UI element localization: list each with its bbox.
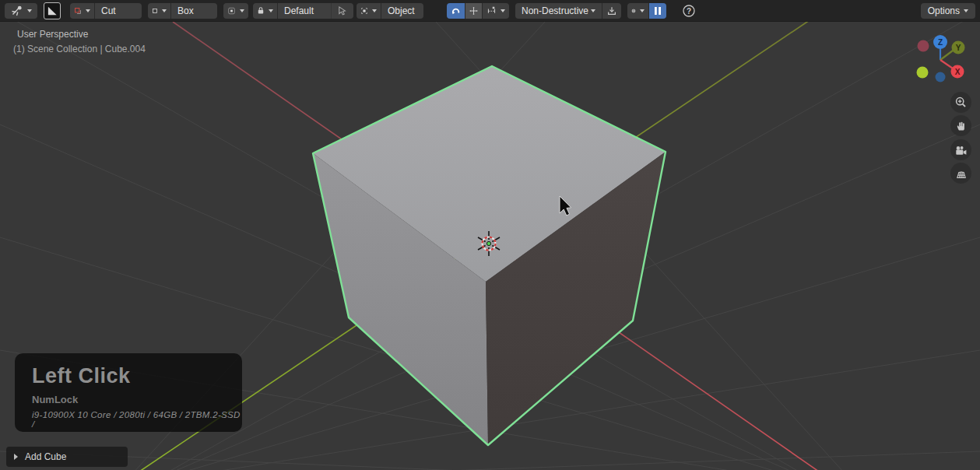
array-spacing-icon [486,5,497,16]
mode-label: Object [388,5,415,16]
toggle-projection-button[interactable] [950,163,971,184]
square-dot-icon [227,5,236,16]
screencast-key: Left Click [32,364,242,388]
help-glyph: ? [687,6,691,15]
import-arrow-icon [606,5,617,16]
zoom-view-button[interactable] [950,92,971,113]
cut-shape-dropdown[interactable] [70,3,95,19]
help-button[interactable]: ? [680,3,697,19]
mode-icon-dropdown[interactable] [357,3,381,19]
lock-icon [257,5,265,16]
shape-group: Box [148,3,217,19]
settings-dropdown[interactable] [627,3,649,19]
gizmo-neg-y-ball[interactable] [917,67,929,79]
grid-dome-icon [955,167,968,180]
active-tool-pin-icon [11,5,23,17]
tool-selector-button[interactable] [5,3,37,19]
pan-view-button[interactable] [950,115,971,136]
behavior-group: Non-Destructive [515,3,621,19]
snap-toggle-group [447,3,509,19]
operator-label: Add Cube [25,451,66,462]
options-dropdown[interactable]: Options [921,3,975,19]
shape-dropdown[interactable] [148,3,171,19]
operator-panel[interactable]: Add Cube [6,447,128,467]
options-label: Options [928,5,960,16]
viewport-header: Cut Box [0,0,980,22]
preset-group: Default [253,3,353,19]
chevron-down-icon [86,9,90,12]
pan-hand-icon [955,120,968,132]
mouse-pointer-icon [337,5,347,16]
cut-mode-label: Cut [101,5,116,16]
screencast-modifier: NumLock [32,394,242,405]
chevron-down-icon [240,9,244,12]
cut-mode-field[interactable]: Cut [95,3,142,19]
gear-icon [631,5,636,16]
gizmo-neg-z-ball[interactable] [936,72,946,82]
shape-label: Box [177,5,194,16]
camera-icon [954,144,968,156]
behavior-dropdown[interactable]: Non-Destructive [515,3,602,19]
chevron-down-icon [501,9,505,12]
snap-rotate-toggle[interactable] [447,3,465,19]
gizmo-z-label: Z [938,38,943,47]
gizmo-x-label: X [955,68,961,76]
chevron-down-icon [162,9,167,12]
gizmo-neg-x-ball[interactable] [918,40,929,52]
camera-view-button[interactable] [950,139,971,160]
chevron-down-icon [591,9,595,12]
pause-icon [654,6,662,16]
settings-group [627,3,666,19]
chevron-down-icon [640,9,645,12]
square-outline-icon [152,5,158,16]
gizmo-y-label: Y [956,44,961,52]
preset-label: Default [284,5,314,16]
pause-toggle[interactable] [649,3,666,19]
grid-snap-toggle[interactable] [465,3,483,19]
array-spacing-dropdown[interactable] [483,3,509,19]
mode-field[interactable]: Object [381,3,423,19]
lock-preset-dropdown[interactable] [253,3,278,19]
plus-grid-icon [469,5,478,16]
screencast-hardware: i9-10900X 10 Core / 2080ti / 64GB / 2TBM… [32,410,242,429]
blender-window: Z Y X [0,0,980,470]
frame-square-icon [360,5,368,16]
curved-arrow-icon [451,5,461,16]
boxcutter-logo-button[interactable] [44,2,61,19]
red-square-icon [74,5,82,16]
cut-operation-group: Cut [70,3,142,19]
preset-field[interactable]: Default [278,3,353,19]
chevron-down-icon [269,9,273,12]
boxcutter-logo-icon [47,5,58,16]
chevron-down-icon [27,9,32,12]
view-perspective-label: User Perspective [17,29,88,40]
question-mark-icon: ? [682,4,696,18]
chevron-down-icon [372,9,377,12]
breadcrumb: (1) Scene Collection | Cube.004 [13,44,146,54]
screencast-overlay: Left Click NumLock i9-10900X 10 Core / 2… [15,353,242,432]
mode-group: Object [357,3,423,19]
collapse-arrow-icon [14,454,18,460]
shape-field[interactable]: Box [171,3,217,19]
custom-operator-slot[interactable] [331,3,347,19]
zoom-icon [954,96,968,109]
behavior-label: Non-Destructive [522,5,588,16]
import-button[interactable] [602,3,621,19]
chevron-down-icon [964,9,968,12]
solo-shape-dropdown[interactable] [223,3,248,19]
